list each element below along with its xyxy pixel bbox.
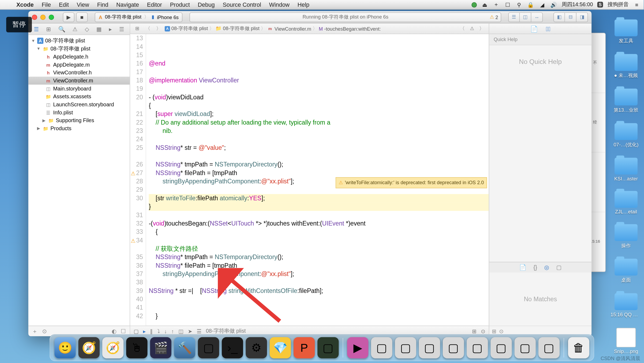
source-text[interactable]: @end @implementation ViewController - (v… bbox=[146, 34, 489, 326]
tree-file[interactable]: mAppDelegate.m bbox=[28, 61, 130, 69]
tree-file[interactable]: hAppDelegate.h bbox=[28, 53, 130, 61]
menu-find[interactable]: Find bbox=[93, 1, 112, 8]
dock-sketch[interactable]: 💎 bbox=[270, 337, 291, 358]
project-tree[interactable]: ▼A08-字符串做 plist ▼📁08-字符串做 plist hAppDele… bbox=[28, 35, 130, 325]
toggle-view-button[interactable]: ▢ bbox=[134, 328, 138, 334]
display-icon[interactable]: ☐ bbox=[504, 1, 511, 8]
scm-filter-icon[interactable]: ☐ bbox=[121, 328, 126, 335]
dock-minimized-window[interactable]: ▢ bbox=[395, 337, 416, 358]
pause-button[interactable]: ‖ bbox=[150, 328, 153, 334]
filter-icon[interactable]: ⊙ bbox=[499, 328, 504, 334]
bluetooth-icon[interactable]: ⚲ bbox=[516, 1, 523, 8]
dock-minimized-window[interactable]: ▢ bbox=[491, 337, 512, 358]
object-library-tab[interactable]: ◎ bbox=[544, 264, 549, 271]
desktop-folder[interactable]: 发工具 bbox=[613, 20, 639, 44]
code-editor[interactable]: 1314151617181920212223242526⚠27282930313… bbox=[130, 34, 489, 326]
tree-file-selected[interactable]: mViewController.m bbox=[28, 77, 130, 85]
dock-media[interactable]: 🎬 bbox=[150, 337, 171, 358]
notification-icon[interactable]: ≡ bbox=[633, 1, 640, 8]
grid-view-icon[interactable]: ⊞ bbox=[492, 328, 496, 334]
dock-app2[interactable]: ▢ bbox=[317, 337, 339, 358]
app-menu[interactable]: Xcode bbox=[12, 1, 38, 8]
tree-file[interactable]: 📁Assets.xcassets bbox=[28, 93, 130, 101]
breakpoint-navigator-tab[interactable]: ▸ bbox=[109, 26, 112, 32]
dock-xcode[interactable]: 🔨 bbox=[174, 337, 195, 358]
tree-group[interactable]: ▶📁Products bbox=[28, 125, 130, 133]
close-button[interactable] bbox=[32, 14, 37, 20]
dock-minimized-window[interactable]: ▢ bbox=[538, 337, 559, 358]
menu-product[interactable]: Product bbox=[166, 1, 194, 8]
debug-target[interactable]: 08-字符串做 plist bbox=[206, 327, 246, 335]
recent-filter-icon[interactable]: ◐ bbox=[112, 328, 116, 335]
menu-debug[interactable]: Debug bbox=[194, 1, 219, 8]
filter-button[interactable]: ⊙ bbox=[481, 328, 485, 334]
stop-button[interactable]: ■ bbox=[76, 12, 88, 22]
view-debug-button[interactable]: ◫ bbox=[178, 328, 183, 334]
file-inspector-tab[interactable]: 📄 bbox=[530, 25, 538, 32]
dock-editor[interactable]: ▢ bbox=[198, 337, 219, 358]
minimize-button[interactable] bbox=[40, 14, 46, 20]
toggle-navigator-button[interactable]: ◧ bbox=[554, 12, 565, 22]
desktop-folder[interactable]: 07-…(优化) bbox=[613, 123, 639, 148]
media-library-tab[interactable]: ▢ bbox=[556, 264, 562, 271]
dock-mouse[interactable]: 🖱 bbox=[126, 337, 147, 358]
grid-button[interactable]: ⊞ bbox=[472, 328, 477, 334]
menu-view[interactable]: View bbox=[73, 1, 93, 8]
inline-warning[interactable]: ⚠ 'writeToFile:atomically:' is deprecate… bbox=[335, 177, 487, 188]
project-navigator-tab[interactable]: ☰ bbox=[34, 26, 39, 32]
toggle-utilities-button[interactable]: ◨ bbox=[576, 12, 588, 22]
tree-file[interactable]: ◫Main.storyboard bbox=[28, 85, 130, 93]
desktop-folder[interactable]: 15:16 QQ 框架 bbox=[613, 293, 639, 318]
dock-trash[interactable]: 🗑 bbox=[568, 337, 589, 358]
menu-navigate[interactable]: Navigate bbox=[112, 1, 143, 8]
report-navigator-tab[interactable]: ☰ bbox=[119, 26, 125, 32]
breadcrumb[interactable]: A 08-字符串做 plist〉 📁 08-字符串做 plist〉 m View… bbox=[165, 25, 381, 32]
forward-button[interactable]: 〉 bbox=[154, 25, 163, 33]
dock-finder[interactable]: 🙂 bbox=[54, 337, 76, 358]
desktop-folder[interactable]: 操作 bbox=[613, 224, 639, 249]
volume-icon[interactable]: 🔊 bbox=[550, 1, 557, 8]
quickhelp-inspector-tab[interactable]: ？⃝ bbox=[546, 25, 550, 32]
desktop-folder[interactable]: ZJL…etail bbox=[613, 191, 639, 214]
dock-safari[interactable]: 🧭 bbox=[102, 337, 123, 358]
step-into-button[interactable]: ↓ bbox=[164, 328, 167, 334]
scheme-selector[interactable]: A 08-字符串做 plist 〉 ▮ iPhone 6s bbox=[95, 12, 182, 22]
status-dot-icon[interactable] bbox=[471, 2, 477, 7]
tree-file[interactable]: hViewController.h bbox=[28, 69, 130, 77]
tree-group[interactable]: ▼📁08-字符串做 plist bbox=[28, 45, 130, 53]
symbol-navigator-tab[interactable]: ⊞ bbox=[46, 26, 51, 32]
dock-terminal[interactable]: ›_ bbox=[222, 337, 243, 358]
issue-navigator-tab[interactable]: ⚠ bbox=[72, 26, 78, 32]
menu-editor[interactable]: Editor bbox=[143, 1, 166, 8]
find-navigator-tab[interactable]: 🔍 bbox=[58, 26, 65, 32]
debug-navigator-tab[interactable]: ▦ bbox=[96, 26, 102, 32]
desktop-folder[interactable]: 桌面 bbox=[613, 259, 639, 284]
warning-count[interactable]: ⚠ 2 bbox=[490, 14, 498, 20]
related-items-button[interactable]: ⊞ bbox=[133, 25, 142, 33]
test-navigator-tab[interactable]: ◇ bbox=[85, 26, 89, 32]
menu-edit[interactable]: Edit bbox=[55, 1, 73, 8]
menu-source-control[interactable]: Source Control bbox=[219, 1, 265, 8]
wifi-icon[interactable]: ◢ bbox=[539, 1, 546, 8]
dock-media-player[interactable]: ▶ bbox=[347, 337, 368, 358]
desktop-folder[interactable]: 第13…业班 bbox=[613, 89, 639, 113]
continue-button[interactable]: ▸ bbox=[143, 328, 146, 334]
menu-file[interactable]: File bbox=[38, 1, 55, 8]
menu-window[interactable]: Window bbox=[265, 1, 294, 8]
dock-dashboard[interactable]: 🧭 bbox=[78, 337, 100, 358]
dock-minimized-window[interactable]: ▢ bbox=[419, 337, 440, 358]
add-button[interactable]: ＋ bbox=[32, 327, 38, 335]
step-out-button[interactable]: ↑ bbox=[171, 328, 174, 334]
version-editor-button[interactable]: ↔ bbox=[531, 12, 543, 22]
prev-issue-button[interactable]: 〈 bbox=[458, 25, 467, 33]
desktop-file[interactable]: Snip….png bbox=[613, 328, 639, 354]
standard-editor-button[interactable]: ☰ bbox=[508, 12, 520, 22]
dock-minimized-window[interactable]: ▢ bbox=[467, 337, 488, 358]
tree-file[interactable]: ☰Info.plist bbox=[28, 108, 130, 117]
dock-minimized-window[interactable]: ▢ bbox=[514, 337, 536, 358]
assistant-editor-button[interactable]: ◫ bbox=[520, 12, 531, 22]
next-issue-button[interactable]: 〉 bbox=[477, 25, 486, 33]
plus-icon[interactable]: ＋ bbox=[493, 1, 500, 8]
issue-list-button[interactable]: ⚠ bbox=[467, 25, 476, 33]
tree-group[interactable]: ▶📁Supporting Files bbox=[28, 117, 130, 125]
